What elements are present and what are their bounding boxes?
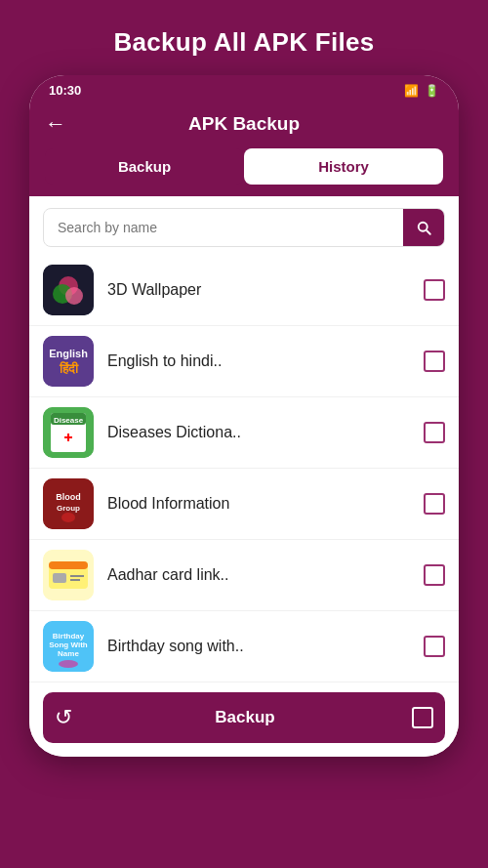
- battery-icon: [425, 83, 439, 98]
- top-nav: ← APK Backup: [29, 103, 459, 148]
- app-name: English to hindi..: [107, 352, 410, 370]
- app-checkbox[interactable]: [424, 422, 445, 443]
- app-name: Aadhar card link..: [107, 566, 410, 584]
- app-name: Blood Information: [107, 495, 410, 513]
- app-icon: Disease Dictionary: [43, 407, 94, 458]
- search-bar: [43, 208, 445, 247]
- status-time: 10:30: [49, 83, 81, 98]
- status-bar: 10:30: [29, 75, 459, 103]
- svg-text:Song With: Song With: [49, 641, 88, 649]
- app-checkbox[interactable]: [424, 564, 445, 586]
- refresh-button[interactable]: ↺: [49, 699, 78, 736]
- nav-title: APK Backup: [188, 113, 300, 135]
- back-button[interactable]: ←: [45, 111, 66, 137]
- svg-rect-23: [70, 579, 80, 581]
- select-all-checkbox[interactable]: [412, 707, 433, 728]
- app-checkbox[interactable]: [424, 279, 445, 301]
- svg-text:Name: Name: [58, 649, 79, 658]
- svg-rect-21: [53, 573, 66, 583]
- tab-bar: Backup History: [29, 148, 459, 196]
- app-checkbox[interactable]: [424, 351, 445, 372]
- app-icon: English हिंदी: [43, 336, 94, 387]
- backup-button[interactable]: Backup: [78, 696, 412, 739]
- wifi-icon: [404, 83, 419, 98]
- svg-text:Blood: Blood: [56, 492, 81, 502]
- svg-point-28: [59, 660, 78, 668]
- svg-point-17: [61, 513, 75, 522]
- app-icon: [43, 265, 94, 315]
- svg-text:Group: Group: [57, 504, 80, 513]
- search-button[interactable]: [403, 209, 444, 246]
- app-checkbox[interactable]: [424, 493, 445, 515]
- app-icon: Blood Group: [43, 478, 94, 529]
- svg-rect-22: [70, 575, 84, 577]
- svg-text:English: English: [49, 348, 88, 359]
- svg-point-3: [65, 287, 83, 305]
- svg-text:हिंदी: हिंदी: [59, 361, 79, 376]
- app-checkbox[interactable]: [424, 636, 445, 657]
- list-item: Blood Group Blood Information: [29, 469, 459, 540]
- page-title: Backup All APK Files: [94, 0, 393, 75]
- svg-text:Disease: Disease: [54, 416, 84, 425]
- search-input[interactable]: [44, 210, 403, 245]
- app-list: 3D Wallpaper English हिंदी English to hi…: [29, 255, 459, 682]
- tab-history[interactable]: History: [244, 148, 443, 185]
- bottom-bar: ↺ Backup: [43, 692, 445, 743]
- svg-text:Dictionary: Dictionary: [52, 426, 85, 434]
- content-area: 3D Wallpaper English हिंदी English to hi…: [29, 196, 459, 757]
- app-name: 3D Wallpaper: [107, 281, 410, 299]
- app-name: Birthday song with..: [107, 638, 410, 655]
- svg-rect-13: [67, 434, 69, 441]
- list-item: Birthday Song With Name Birthday song wi…: [29, 611, 459, 682]
- list-item: 3D Wallpaper: [29, 255, 459, 326]
- list-item: Aadhar card link..: [29, 540, 459, 611]
- app-icon: Birthday Song With Name: [43, 621, 94, 672]
- tab-backup[interactable]: Backup: [45, 148, 244, 185]
- phone-frame: 10:30 ← APK Backup Backup History: [29, 75, 459, 757]
- svg-rect-20: [49, 561, 88, 569]
- app-icon: [43, 550, 94, 600]
- list-item: English हिंदी English to hindi..: [29, 326, 459, 397]
- search-icon: [415, 219, 432, 236]
- list-item: Disease Dictionary Diseases Dictiona..: [29, 397, 459, 469]
- svg-text:Birthday: Birthday: [53, 632, 85, 641]
- app-name: Diseases Dictiona..: [107, 424, 410, 441]
